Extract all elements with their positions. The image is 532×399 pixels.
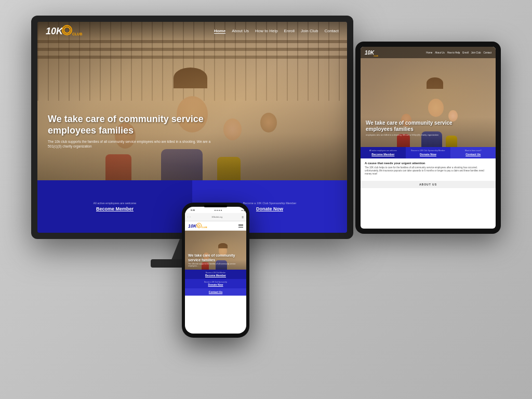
phone-menu-icon[interactable]: ≡ — [242, 216, 244, 219]
phone-battery-icon: ▮▮▮ — [244, 209, 246, 211]
tablet-logo-sub: CLUB — [374, 55, 378, 57]
phone-hero: We take care of community service famili… — [185, 231, 246, 270]
photo-overlay — [37, 22, 347, 180]
donate-now-button[interactable]: Donate Now — [256, 206, 283, 211]
tablet-cta-bar: All active employees are welcome Become … — [361, 147, 496, 158]
t-nav-about[interactable]: About Us — [435, 51, 445, 54]
phone-hero-sub: The 10k club supports the families of al… — [188, 263, 243, 268]
phone-website: 9:36 ◄◄◄◄ ▲ ▮▮▮ ‹ › 10kclub.org ≡ — [185, 207, 246, 334]
hero-section: 10K CLUB Home About Us How to Help Enrol… — [37, 22, 347, 180]
nav-about[interactable]: About Us — [232, 29, 249, 34]
tablet-device: 10K CLUB Home About Us How to Help Enrol… — [355, 42, 501, 234]
become-member-button[interactable]: Become Member — [96, 206, 134, 211]
phone-logo-container: 10K CLUB — [188, 223, 207, 229]
phone-donate-btn[interactable]: Donate Now — [208, 283, 223, 286]
phone-cta-bar: Become a 10K Club Member Become Member B… — [185, 270, 246, 296]
tablet-logo: 10K — [365, 50, 374, 56]
tablet-website: 10K CLUB Home About Us How to Help Enrol… — [361, 47, 496, 229]
phone-carrier: ◄◄◄◄ — [214, 209, 222, 211]
hero-title: We take care of community service employ… — [48, 114, 218, 136]
phone-hamburger-menu[interactable] — [238, 224, 243, 228]
phone-cta-3: Contact Us — [185, 288, 246, 296]
phone-back-icon[interactable]: ‹ — [188, 216, 188, 218]
hero-subtitle: The 10k club supports the families of al… — [48, 139, 218, 149]
phone-nav: 10K CLUB — [185, 221, 246, 231]
tablet-screen: 10K CLUB Home About Us How to Help Enrol… — [361, 47, 496, 229]
tablet-hero-sub: employees who are killed in a shooting. … — [366, 134, 460, 136]
phone-hero-title: We take care of community service famili… — [188, 254, 243, 262]
t-nav-contact[interactable]: Contact — [483, 51, 491, 54]
cta-right-small: Become a 10K Club Sponsorship Member — [243, 202, 297, 205]
hamburger-line-1 — [238, 224, 243, 225]
nav-home[interactable]: Home — [214, 29, 225, 34]
cta-left: All active employees are welcome Become … — [37, 180, 192, 233]
tablet-about-bar: ABOUT US — [361, 181, 496, 188]
phone-browser-bar: ‹ › 10kclub.org ≡ — [185, 213, 246, 221]
tablet-cta-2-small: Become a 10K Club Sponsorship Member — [411, 150, 445, 152]
phone-cta-2: Become a 10K Club Sponsorship Donate Now — [185, 279, 246, 288]
tablet-donate-btn[interactable]: Donate Now — [420, 153, 436, 156]
tablet-become-member-btn[interactable]: Become Member — [371, 153, 394, 156]
tablet-nav-links: Home About Us How to Help Enroll Join Cl… — [426, 51, 491, 54]
logo-club-text: CLUB — [72, 32, 82, 36]
tablet-cta-2: Become a 10K Club Sponsorship Member Don… — [406, 147, 451, 158]
monitor-screen: 10K CLUB Home About Us How to Help Enrol… — [37, 22, 347, 233]
phone-screen: 9:36 ◄◄◄◄ ▲ ▮▮▮ ‹ › 10kclub.org ≡ — [185, 207, 246, 334]
logo-text: 10K — [46, 26, 63, 37]
hero-content: We take care of community service employ… — [48, 114, 218, 149]
hamburger-line-2 — [238, 225, 243, 226]
phone-logo-icon — [196, 223, 202, 228]
logo-circle-icon — [62, 25, 72, 35]
phone-wifi-icon: ▲ — [241, 209, 243, 211]
tablet-content-text: The 10K club helps to care for the famil… — [365, 166, 491, 176]
nav-links: Home About Us How to Help Enroll Join Cl… — [214, 29, 339, 34]
tablet-cta-3: Want to learn more? Contact Us — [450, 147, 496, 158]
phone-logo-inner-icon — [197, 224, 200, 227]
phone-hero-content: We take care of community service famili… — [188, 254, 243, 268]
tablet-cta-1-small: All active employees are welcome — [369, 150, 397, 152]
tablet-contact-btn[interactable]: Contact Us — [466, 153, 481, 156]
phone-become-member-btn[interactable]: Become Member — [205, 274, 226, 277]
tablet-hero-title: We take care of community service employ… — [366, 120, 460, 132]
nav-enroll[interactable]: Enroll — [284, 29, 295, 34]
t-nav-how-to-help[interactable]: How to Help — [447, 51, 460, 54]
main-scene: 10K CLUB Home About Us How to Help Enrol… — [0, 0, 532, 399]
tablet-nav: 10K CLUB Home About Us How to Help Enrol… — [361, 47, 496, 58]
nav-contact[interactable]: Contact — [324, 29, 339, 34]
nav-how-to-help[interactable]: How to Help — [255, 29, 278, 34]
phone-status-icons: ▲ ▮▮▮ — [241, 209, 246, 211]
logo: 10K CLUB — [46, 26, 82, 37]
t-nav-join-club[interactable]: Join Club — [471, 51, 481, 54]
t-nav-enroll[interactable]: Enroll — [462, 51, 469, 54]
phone-logo-text: 10K — [188, 223, 197, 229]
desktop-website: 10K CLUB Home About Us How to Help Enrol… — [37, 22, 347, 233]
phone-cta-1: Become a 10K Club Member Become Member — [185, 270, 246, 279]
t-nav-home[interactable]: Home — [426, 51, 432, 54]
phone-forward-icon[interactable]: › — [190, 216, 190, 218]
phone-contact-btn[interactable]: Contact Us — [209, 290, 222, 294]
phone-status-bar: 9:36 ◄◄◄◄ ▲ ▮▮▮ — [188, 207, 246, 213]
tablet-content-title: A cause that needs your urgent attention — [365, 162, 491, 165]
nav-join-club[interactable]: Join Club — [301, 29, 318, 34]
phone-device: 9:36 ◄◄◄◄ ▲ ▮▮▮ ‹ › 10kclub.org ≡ — [182, 203, 249, 338]
hamburger-line-3 — [238, 227, 243, 228]
phone-url[interactable]: 10kclub.org — [192, 216, 242, 218]
phone-time: 9:36 — [191, 209, 195, 211]
phone-notch — [204, 205, 228, 207]
cta-left-small: All active employees are welcome — [94, 202, 137, 205]
tablet-hero-content: We take care of community service employ… — [366, 120, 460, 136]
tablet-hero: 10K CLUB Home About Us How to Help Enrol… — [361, 47, 496, 147]
phone-logo-sub: CLUB — [202, 226, 207, 229]
tablet-cta-3-small: Want to learn more? — [465, 150, 482, 152]
tablet-cta-1: All active employees are welcome Become … — [361, 147, 406, 158]
desktop-nav: 10K CLUB Home About Us How to Help Enrol… — [37, 22, 347, 41]
tablet-content: A cause that needs your urgent attention… — [361, 158, 496, 179]
